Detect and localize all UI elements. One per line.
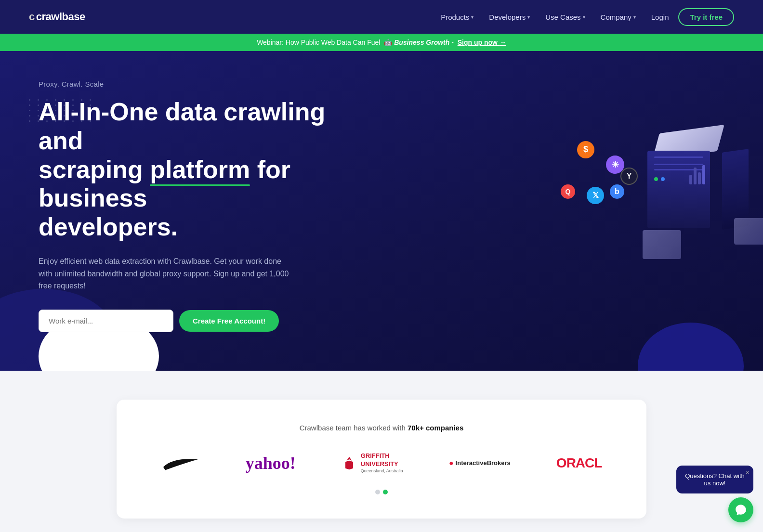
nav-item-company[interactable]: Company ▾ bbox=[601, 13, 636, 21]
server-side bbox=[722, 149, 749, 230]
hero-title: All-In-One data crawling and scraping pl… bbox=[39, 98, 328, 242]
companies-card: Crawlbase team has worked with 70k+ comp… bbox=[117, 400, 646, 519]
companies-section: Crawlbase team has worked with 70k+ comp… bbox=[0, 371, 763, 532]
logo-griffith: GRIFFITH UNIVERSITY Queensland, Australi… bbox=[342, 451, 403, 475]
nav-label-usecases: Use Cases bbox=[545, 13, 580, 21]
nav-link-login[interactable]: Login bbox=[651, 13, 669, 21]
nav-links: Products ▾ Developers ▾ Use Cases ▾ Comp… bbox=[441, 13, 669, 21]
nav-link-company[interactable]: Company ▾ bbox=[601, 13, 636, 21]
ib-text: InteractiveBrokers bbox=[456, 459, 511, 467]
carousel-dot-2[interactable] bbox=[383, 490, 388, 494]
nav-link-products[interactable]: Products ▾ bbox=[441, 13, 474, 21]
nav-link-usecases[interactable]: Use Cases ▾ bbox=[545, 13, 585, 21]
logo-nike bbox=[161, 451, 200, 475]
nav-item-usecases[interactable]: Use Cases ▾ bbox=[545, 13, 585, 21]
hero-cta: Create Free Account! bbox=[39, 310, 328, 332]
try-it-free-button[interactable]: Try it free bbox=[678, 8, 734, 26]
nav-item-developers[interactable]: Developers ▾ bbox=[489, 13, 530, 21]
chat-bubble-button[interactable] bbox=[728, 497, 753, 522]
banner-cta-link[interactable]: Sign up now → bbox=[458, 39, 506, 46]
logo-yahoo: yahoo! bbox=[246, 451, 296, 475]
badge-red: Q bbox=[561, 184, 575, 199]
nav-item-products[interactable]: Products ▾ bbox=[441, 13, 474, 21]
hero-tagline: Proxy. Crawl. Scale bbox=[39, 80, 328, 88]
hero-content: Proxy. Crawl. Scale All-In-One data craw… bbox=[39, 80, 328, 332]
banner-emoji: 🤖 bbox=[384, 39, 392, 46]
banner-text-bold: Business Growth bbox=[394, 39, 449, 46]
oracle-text: ORACL bbox=[556, 455, 602, 471]
carousel-dots bbox=[145, 490, 618, 494]
server-base bbox=[643, 230, 681, 259]
chevron-down-icon: ▾ bbox=[527, 14, 530, 20]
ib-icon: ● bbox=[449, 459, 454, 467]
yahoo-text: yahoo! bbox=[246, 453, 296, 473]
badge-orange: $ bbox=[577, 141, 594, 158]
banner-text: Webinar: How Public Web Data Can Fuel 🤖 … bbox=[257, 39, 506, 46]
logo-oracle: ORACL bbox=[556, 451, 602, 475]
nav-label-products: Products bbox=[441, 13, 469, 21]
logo-text: crawlbase bbox=[36, 11, 85, 23]
banner-arrow-icon: → bbox=[500, 39, 506, 46]
nav-label-login: Login bbox=[651, 13, 669, 21]
cloud-right bbox=[638, 323, 744, 371]
carousel-dot-1[interactable] bbox=[375, 490, 380, 494]
announcement-banner: Webinar: How Public Web Data Can Fuel 🤖 … bbox=[0, 34, 763, 51]
companies-text-before: Crawlbase team has worked with bbox=[300, 424, 406, 432]
hero-illustration: Y $ Q 𝕏 b ✳ bbox=[532, 119, 734, 302]
nav-link-developers[interactable]: Developers ▾ bbox=[489, 13, 530, 21]
svg-rect-0 bbox=[347, 463, 351, 468]
hero-title-line2: scraping bbox=[39, 156, 150, 183]
hero-title-line4: developers. bbox=[39, 213, 178, 241]
nike-swoosh-icon bbox=[161, 454, 200, 473]
logo[interactable]: ccrawlbase bbox=[29, 11, 85, 23]
badge-blue: b bbox=[610, 184, 624, 199]
badge-twitter: 𝕏 bbox=[587, 187, 604, 204]
server-extra-cube bbox=[734, 218, 763, 245]
griffith-emblem-icon bbox=[342, 455, 357, 471]
nav-item-login[interactable]: Login bbox=[651, 13, 669, 21]
logo-interactive-brokers: ● InteractiveBrokers bbox=[449, 451, 511, 475]
hero-title-highlight: platform bbox=[150, 156, 250, 184]
chevron-down-icon: ▾ bbox=[583, 14, 585, 20]
banner-separator: - bbox=[451, 39, 456, 46]
chat-widget: × Questions? Chat with us now! bbox=[676, 466, 753, 493]
server-front bbox=[647, 151, 710, 228]
nav-label-developers: Developers bbox=[489, 13, 526, 21]
badge-y: Y bbox=[620, 168, 638, 185]
chat-close-button[interactable]: × bbox=[746, 468, 750, 476]
company-logos-row: yahoo! GRIFFITH UNIVERSITY Queensland, A… bbox=[145, 451, 618, 475]
chat-label: Questions? Chat with us now! bbox=[684, 472, 746, 487]
chevron-down-icon: ▾ bbox=[633, 14, 636, 20]
griffith-text: GRIFFITH UNIVERSITY Queensland, Australi… bbox=[361, 452, 403, 474]
create-account-button[interactable]: Create Free Account! bbox=[179, 310, 279, 332]
hero-description: Enjoy efficient web data extraction with… bbox=[39, 255, 289, 292]
email-input[interactable] bbox=[39, 310, 173, 332]
badge-purple: ✳ bbox=[606, 156, 624, 174]
chat-bubble-icon bbox=[735, 504, 747, 516]
banner-cta-text: Sign up now bbox=[458, 39, 498, 46]
hero-title-line1: All-In-One data crawling and bbox=[39, 98, 325, 155]
nav-label-company: Company bbox=[601, 13, 631, 21]
chevron-down-icon: ▾ bbox=[471, 14, 474, 20]
companies-text-bold: 70k+ companies bbox=[408, 424, 463, 432]
navbar: ccrawlbase Products ▾ Developers ▾ Use C… bbox=[0, 0, 763, 34]
hero-section: Proxy. Crawl. Scale All-In-One data craw… bbox=[0, 51, 763, 371]
companies-text: Crawlbase team has worked with 70k+ comp… bbox=[145, 424, 618, 432]
server-tower bbox=[638, 129, 734, 254]
banner-text-before: Webinar: How Public Web Data Can Fuel bbox=[257, 39, 380, 46]
